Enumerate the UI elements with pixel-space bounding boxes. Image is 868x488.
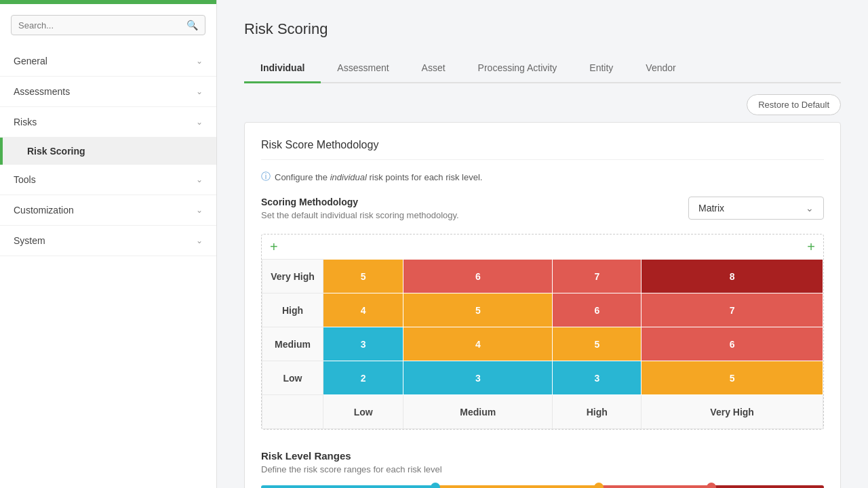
dropdown-chevron-icon: ⌄ [806, 203, 814, 214]
matrix-cell[interactable]: 8 [642, 260, 823, 293]
matrix-wrapper: + + Very High5678High4567Medium3456Low23… [261, 234, 824, 430]
matrix-cell[interactable]: 4 [403, 327, 553, 361]
matrix-cell[interactable]: 6 [553, 293, 642, 327]
scoring-method-row: Scoring Methodology Set the default indi… [261, 197, 824, 220]
scoring-method-heading: Scoring Methodology [261, 197, 459, 207]
info-row: ⓘ Configure the individual risk points f… [261, 171, 824, 183]
chevron-down-icon: ⌄ [196, 87, 203, 96]
matrix-cell[interactable]: 7 [553, 260, 642, 293]
matrix-cell[interactable]: 5 [553, 327, 642, 361]
sidebar-item-general[interactable]: General ⌄ [0, 46, 216, 77]
info-text: Configure the individual risk points for… [275, 172, 482, 182]
tab-assessment[interactable]: Assessment [321, 54, 405, 83]
range-thumb-low[interactable] [431, 483, 440, 488]
matrix-cell[interactable]: 3 [323, 327, 403, 361]
search-button[interactable]: 🔍 [186, 20, 198, 30]
tab-individual[interactable]: Individual [244, 54, 321, 83]
sidebar-item-customization[interactable]: Customization ⌄ [0, 195, 216, 226]
scoring-method-value: Matrix [698, 203, 724, 214]
matrix-row-header: Medium [262, 327, 323, 361]
chevron-down-icon: ⌄ [196, 236, 203, 245]
tab-vendor[interactable]: Vendor [629, 54, 692, 83]
matrix-cell[interactable]: 5 [323, 260, 403, 293]
matrix-table: Very High5678High4567Medium3456Low2335Lo… [262, 259, 823, 429]
sidebar-item-risks-label: Risks [14, 117, 37, 127]
sidebar-search-container: 🔍 [0, 4, 216, 46]
matrix-header-row: + + [262, 235, 823, 259]
tab-processing-activity[interactable]: Processing Activity [462, 54, 574, 83]
chevron-down-icon: ⌄ [196, 56, 203, 66]
chevron-down-icon: ⌄ [196, 175, 203, 184]
matrix-cell[interactable]: 3 [403, 361, 553, 395]
matrix-cell[interactable]: 6 [403, 260, 553, 293]
range-thumb-high[interactable] [707, 483, 716, 488]
scoring-method-label: Scoring Methodology Set the default indi… [261, 197, 459, 220]
restore-default-button[interactable]: Restore to Default [747, 94, 841, 115]
sidebar-item-system[interactable]: System ⌄ [0, 226, 216, 256]
matrix-row-header: Very High [262, 260, 323, 293]
sidebar-item-tools-label: Tools [14, 174, 36, 185]
matrix-cell[interactable]: 2 [323, 361, 403, 395]
sidebar-item-customization-label: Customization [14, 205, 74, 216]
risk-ranges-title: Risk Level Ranges [261, 450, 824, 462]
sidebar-item-assessments-label: Assessments [14, 86, 70, 97]
chevron-down-icon: ⌄ [196, 205, 203, 215]
matrix-col-header: Medium [403, 395, 553, 429]
sidebar-subitem-risk-scoring-label: Risk Scoring [27, 146, 85, 157]
page-title: Risk Scoring [244, 20, 841, 38]
tab-bar: Individual Assessment Asset Processing A… [244, 54, 841, 83]
matrix-col-header: High [553, 395, 642, 429]
matrix-cell[interactable]: 5 [642, 361, 823, 395]
sidebar-item-tools[interactable]: Tools ⌄ [0, 165, 216, 195]
sidebar-item-assessments[interactable]: Assessments ⌄ [0, 77, 216, 107]
tab-entity[interactable]: Entity [573, 54, 629, 83]
sidebar-item-system-label: System [14, 235, 45, 246]
matrix-row-header: Low [262, 361, 323, 395]
methodology-card: Risk Score Methodology ⓘ Configure the i… [244, 122, 841, 488]
matrix-add-col-button[interactable]: + [807, 240, 815, 253]
matrix-add-row-button[interactable]: + [270, 240, 278, 253]
matrix-corner-cell [262, 395, 323, 429]
matrix-row-header: High [262, 293, 323, 327]
matrix-col-header: Low [323, 395, 403, 429]
matrix-col-header: Very High [642, 395, 823, 429]
section-title: Risk Score Methodology [261, 139, 824, 160]
range-thumb-medium[interactable] [594, 483, 604, 488]
toolbar: Restore to Default [244, 94, 841, 115]
matrix-cell[interactable]: 4 [323, 293, 403, 327]
risk-ranges-section: Risk Level Ranges Define the risk score … [261, 450, 824, 488]
tab-asset[interactable]: Asset [406, 54, 462, 83]
matrix-cell[interactable]: 6 [642, 327, 823, 361]
scoring-method-desc: Set the default individual risk scoring … [261, 210, 459, 220]
sidebar-item-risks[interactable]: Risks ⌄ [0, 107, 216, 138]
sidebar-item-general-label: General [14, 56, 47, 66]
matrix-cell[interactable]: 3 [553, 361, 642, 395]
chevron-down-icon: ⌄ [196, 117, 203, 127]
search-input[interactable] [18, 20, 186, 30]
sidebar-item-risk-scoring[interactable]: Risk Scoring [0, 138, 216, 165]
scoring-method-dropdown[interactable]: Matrix ⌄ [688, 197, 824, 220]
matrix-cell[interactable]: 7 [642, 293, 823, 327]
matrix-cell[interactable]: 5 [403, 293, 553, 327]
range-track [261, 485, 824, 488]
risk-ranges-desc: Define the risk score ranges for each ri… [261, 464, 824, 474]
info-icon: ⓘ [261, 171, 271, 183]
